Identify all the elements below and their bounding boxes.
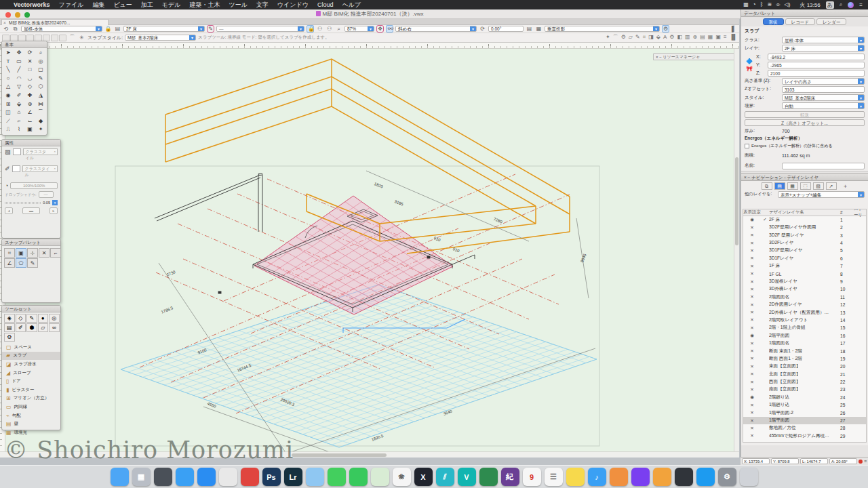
snap-button-2[interactable]: ⊹: [27, 248, 38, 258]
pen-style-dropdown[interactable]: クラススタイル: [22, 165, 58, 172]
header-story[interactable]: ストーリ: [854, 209, 866, 219]
fill-bucket-icon[interactable]: ▨: [5, 148, 11, 155]
visible-eye-icon[interactable]: ◉: [743, 394, 761, 400]
menu-11[interactable]: ヘルプ: [342, 1, 361, 8]
modebar-icon-7[interactable]: ⬙: [656, 34, 660, 41]
basic-tool-38[interactable]: ▣: [24, 125, 35, 134]
snap-button-4[interactable]: ⌐: [50, 248, 61, 258]
hidden-icon[interactable]: ✕: [743, 294, 761, 300]
mode-segment-6[interactable]: [51, 35, 58, 41]
design-layer-row-6[interactable]: ✕3D1Fレイヤ6: [743, 255, 866, 262]
menu-6[interactable]: 建築・土木: [189, 1, 220, 8]
menu-7[interactable]: ツール: [229, 1, 247, 8]
dock-icon-final-cut[interactable]: X: [414, 468, 433, 486]
style-dropdown[interactable]: M邸_基本2階床: [782, 94, 865, 101]
toolset-item-7[interactable]: ▭内回縁: [2, 403, 60, 411]
vertical-scrollbar[interactable]: [734, 49, 739, 451]
drop-shadow-button[interactable]: —: [39, 191, 54, 198]
mode-segment-3[interactable]: [26, 35, 34, 41]
dock-icon-music[interactable]: ♪: [588, 468, 606, 486]
menu-10[interactable]: Cloud: [317, 1, 334, 8]
basic-tool-22[interactable]: ✚: [24, 92, 35, 100]
hidden-icon[interactable]: ✕: [743, 341, 761, 346]
dock-icon-notes[interactable]: [566, 468, 585, 486]
dock-icon-kinokuniya[interactable]: 紀: [501, 468, 519, 486]
hidden-icon[interactable]: ✕: [743, 410, 761, 415]
basic-tool-20[interactable]: ◉: [3, 92, 14, 100]
basic-tool-7[interactable]: ◎: [35, 58, 46, 66]
datum-dropdown[interactable]: レイヤの高さ: [782, 78, 865, 85]
design-layer-row-7[interactable]: ✕1F 床7: [743, 262, 866, 270]
share-icon[interactable]: ⧉: [12, 26, 19, 33]
basic-tool-19[interactable]: ⬡: [35, 83, 46, 92]
basic-tool-23[interactable]: ◮: [35, 92, 46, 100]
dock-icon-facetime[interactable]: [328, 468, 346, 486]
toolset-category-7[interactable]: ⬢: [26, 323, 37, 332]
next-attr-button[interactable]: ▸: [50, 207, 58, 214]
layer-dropdown[interactable]: 2F 床: [123, 26, 205, 32]
tab-record[interactable]: レコード: [785, 18, 815, 25]
snap-button-7[interactable]: ✎: [27, 258, 38, 268]
render-mode-icon[interactable]: ⚙: [662, 25, 669, 33]
header-visibility[interactable]: 表示設定: [743, 209, 761, 216]
modebar-icon-10[interactable]: ◧: [677, 34, 682, 41]
modebar-icon-15[interactable]: ▣: [715, 34, 721, 41]
modebar-icon-12[interactable]: ⊕: [693, 34, 698, 41]
spotlight-icon[interactable]: ⌕: [840, 1, 842, 8]
basic-tool-0[interactable]: ➤: [3, 49, 14, 58]
header-layer-name[interactable]: デザインレイヤ名: [769, 209, 840, 216]
menu-4[interactable]: 加工: [141, 1, 153, 8]
siri-icon[interactable]: [848, 2, 854, 8]
hidden-icon[interactable]: ✕: [743, 310, 761, 315]
toolset-category-1[interactable]: ◇: [16, 314, 26, 323]
design-layer-row-10[interactable]: ✕3D外構レイヤ10: [743, 285, 866, 293]
hidden-icon[interactable]: ✕: [743, 348, 761, 354]
basic-tool-11[interactable]: ▢: [35, 66, 46, 75]
pen-swatch[interactable]: [12, 165, 20, 172]
basic-tool-35[interactable]: ◆: [35, 117, 46, 126]
basic-tool-26[interactable]: ⊕: [24, 100, 35, 109]
drawing-canvas[interactable]: 27301786.5910016744.520020.345501820.536…: [0, 49, 739, 451]
collapse-toolbar-icon[interactable]: ▐▏: [730, 26, 737, 32]
hidden-icon[interactable]: ✕: [743, 380, 761, 385]
basic-tool-25[interactable]: ⬙: [14, 100, 24, 109]
ime-indicator[interactable]: あ: [826, 1, 834, 9]
z-offset-button[interactable]: Z（高さ）オフセット...: [745, 119, 865, 126]
menubar-status-icon-3[interactable]: ≋: [767, 1, 772, 7]
basic-tool-30[interactable]: ∠: [24, 108, 35, 117]
pick-walls-mode-icon[interactable]: ✳: [78, 35, 85, 41]
edit-mode-icon[interactable]: ✎: [207, 25, 214, 33]
layer-value-dropdown[interactable]: 2F 床: [782, 45, 865, 52]
design-layer-row-8[interactable]: ✕1F GL8: [743, 270, 866, 277]
dock-icon-reminders[interactable]: ☰: [545, 468, 563, 486]
modebar-icon-16[interactable]: ≡: [724, 34, 727, 41]
modebar-icon-8[interactable]: A: [663, 34, 667, 41]
dock-icon-launchpad[interactable]: ▦: [132, 468, 151, 486]
hidden-icon[interactable]: ✕: [743, 403, 761, 408]
hidden-icon[interactable]: ✕: [743, 317, 761, 323]
dock-icon-preview[interactable]: [306, 468, 324, 486]
hidden-icon[interactable]: ✕: [743, 418, 761, 424]
z-field[interactable]: 2100: [768, 70, 865, 77]
design-layer-row-4[interactable]: ✕3D2Fレイヤ4: [743, 239, 866, 247]
toolset-palette-title[interactable]: ツールセット: [2, 306, 60, 312]
menubar-status-icon-2[interactable]: ᛒ: [760, 1, 764, 7]
design-layer-row-11[interactable]: ✕2階図面名11: [743, 293, 866, 301]
menu-1[interactable]: ファイル: [59, 1, 84, 8]
data-palette-title[interactable]: データパレット: [741, 9, 868, 17]
zoffset-field[interactable]: 3103: [782, 86, 865, 93]
modebar-icon-14[interactable]: ▦: [708, 34, 713, 41]
toolset-category-6[interactable]: ✐: [16, 323, 26, 332]
notification-center-icon[interactable]: ≡: [859, 2, 863, 8]
resource-manager-titlebar[interactable]: × − リソースマネージャ: [653, 53, 738, 60]
basic-tool-16[interactable]: △: [3, 83, 14, 92]
modebar-icon-17[interactable]: ▐▌: [730, 34, 737, 41]
snap-button-5[interactable]: ∠: [4, 258, 15, 268]
projection-dropdown[interactable]: 垂直投影: [545, 26, 660, 32]
fill-style-dropdown[interactable]: クラススタイル: [23, 148, 58, 155]
design-layer-row-3[interactable]: ✕3D2F 壁用レイヤ3: [743, 231, 866, 239]
menubar-status-icon-0[interactable]: ▦: [743, 1, 749, 7]
other-layers-dropdown[interactable]: 表示+スナップ+編集: [778, 191, 865, 198]
basic-tool-14[interactable]: ◡: [24, 75, 35, 83]
basic-tool-2[interactable]: ⟳: [24, 49, 35, 58]
